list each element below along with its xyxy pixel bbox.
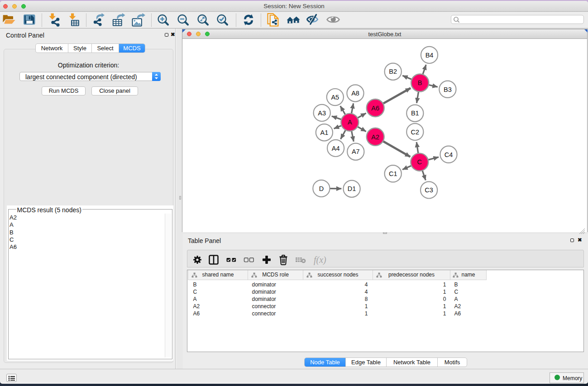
svg-text:C2: C2 [411,129,420,136]
svg-text:B3: B3 [444,86,452,93]
svg-text:C: C [417,158,422,166]
svg-text:B1: B1 [411,110,419,117]
svg-text:C4: C4 [445,151,453,158]
svg-text:A2: A2 [371,133,379,141]
svg-text:A3: A3 [318,110,326,117]
svg-text:B4: B4 [425,52,434,59]
svg-text:C1: C1 [389,170,397,177]
svg-text:C3: C3 [425,186,433,194]
svg-text:B2: B2 [389,68,397,75]
svg-text:A6: A6 [371,105,379,112]
svg-text:A: A [348,119,352,126]
svg-text:A1: A1 [320,129,329,136]
svg-text:D1: D1 [348,185,356,192]
svg-text:f(x): f(x) [314,255,326,265]
svg-text:A4: A4 [332,145,340,152]
svg-text:A8: A8 [351,90,359,97]
svg-text:A5: A5 [331,94,339,101]
svg-text:B: B [418,79,422,86]
svg-text:A7: A7 [352,148,360,155]
svg-text:D: D [319,185,324,192]
